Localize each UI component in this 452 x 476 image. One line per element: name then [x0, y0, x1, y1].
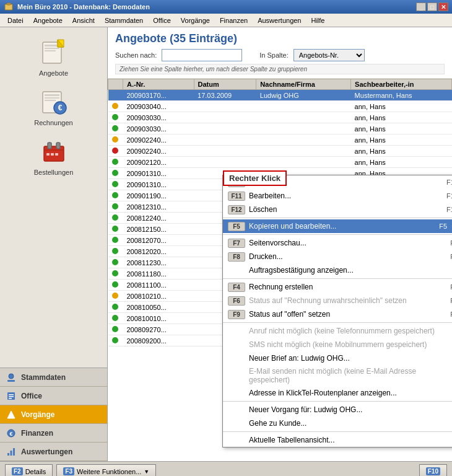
search-input[interactable]	[162, 49, 242, 61]
maximize-button[interactable]: □	[427, 2, 437, 11]
nr-cell: 200812310...	[123, 201, 194, 213]
status-dot-icon	[112, 136, 118, 143]
context-menu-item-23[interactable]: Aktuelle Tabellenansicht...▶	[223, 433, 452, 447]
nr-cell: 200902120...	[123, 157, 194, 168]
context-menu-item-20[interactable]: Neuer Vorgang für: Ludwig OHG...▶	[223, 403, 452, 416]
ctx-item-label: Status auf "Rechnung unwahrscheinlich" s…	[249, 296, 407, 305]
menu-stammdaten[interactable]: Stammdaten	[100, 15, 148, 25]
menu-finanzen[interactable]: Finanzen	[215, 15, 253, 25]
fkey-badge: F5	[228, 222, 245, 231]
details-button[interactable]: F2 Details	[5, 464, 53, 477]
table-row[interactable]: 200903030... ann, Hans	[108, 123, 452, 134]
status-cell	[108, 101, 123, 112]
status-cell	[108, 190, 123, 201]
minimize-button[interactable]: _	[416, 2, 426, 11]
status-cell	[108, 280, 123, 291]
svg-rect-16	[48, 143, 51, 149]
table-row[interactable]: 200903170... 17.03.2009 Ludwig OHG Muste…	[108, 90, 452, 101]
context-menu-item-21[interactable]: Gehe zu Kunde...	[223, 416, 452, 430]
stammdaten-nav-icon	[5, 371, 17, 384]
context-menu-item-16[interactable]: Neuer Brief an: Ludwig OHG...▶	[223, 351, 452, 365]
ctx-item-label: Adresse in KlickTel-Routenplaner anzeige…	[249, 389, 397, 397]
context-menu-item-10[interactable]: F4Rechnung erstellenF4	[223, 280, 452, 294]
sidebar-item-bestellungen[interactable]: Bestellungen	[2, 131, 105, 181]
svg-rect-18	[46, 153, 50, 156]
ctx-shortcut: F10	[446, 178, 452, 186]
svg-rect-25	[9, 396, 14, 397]
nr-cell: 200901310...	[123, 168, 194, 179]
f10-button[interactable]: F10	[419, 464, 447, 477]
nav-auswertungen[interactable]: Auswertungen	[0, 443, 107, 461]
col-firma: Nachname/Firma	[256, 79, 351, 90]
nr-cell: 200902240...	[123, 146, 194, 157]
close-button[interactable]: ✕	[438, 2, 448, 11]
menu-vorgaenge[interactable]: Vorgänge	[176, 15, 215, 25]
nr-cell: 200903030...	[123, 123, 194, 134]
context-menu-separator	[223, 218, 452, 218]
status-cell	[108, 201, 123, 213]
datum-cell	[194, 146, 256, 157]
column-select[interactable]: Angebots-Nr. Datum Nachname/Firma	[293, 49, 365, 61]
sb-cell: ann, Hans	[351, 134, 452, 146]
table-container: A.-Nr. Datum Nachname/Firma Sachbearbeit…	[108, 79, 452, 461]
firma-cell	[256, 157, 351, 168]
menu-hilfe[interactable]: Hilfe	[306, 15, 329, 25]
col-status	[108, 79, 123, 90]
status-cell	[108, 213, 123, 224]
nr-cell: 200903040...	[123, 101, 194, 112]
rechnungen-icon: €	[39, 87, 69, 117]
table-row[interactable]: 200902240... ann, Hans	[108, 134, 452, 146]
weitere-funktionen-button[interactable]: F3 Weitere Funktionen... ▼	[56, 464, 156, 477]
sidebar-item-rechnungen[interactable]: € Rechnungen	[2, 82, 105, 131]
ctx-item-label: Löschen	[249, 205, 277, 214]
firma-cell	[256, 101, 351, 112]
svg-rect-26	[9, 398, 12, 399]
status-cell	[108, 146, 123, 157]
svg-text:€: €	[9, 431, 12, 437]
search-bar: Suchen nach: In Spalte: Angebots-Nr. Dat…	[115, 49, 445, 61]
table-row[interactable]: 200902240... ann, Hans	[108, 146, 452, 157]
main-layout: Angebote € Rechnungen	[0, 27, 452, 461]
nav-stammdaten[interactable]: Stammdaten	[0, 368, 107, 387]
context-menu-item-1[interactable]: F11Bearbeiten...F11	[223, 189, 452, 203]
sidebar: Angebote € Rechnungen	[0, 27, 108, 461]
ctx-shortcut: F5	[439, 223, 447, 230]
ctx-item-label: Bearbeiten...	[249, 192, 291, 200]
ctx-item-label: Neuer Vorgang für: Ludwig OHG...	[249, 405, 362, 414]
menu-datei[interactable]: Datei	[2, 15, 28, 25]
sidebar-item-angebote[interactable]: Angebote	[2, 32, 105, 82]
table-row[interactable]: 200903030... ann, Hans	[108, 112, 452, 123]
context-menu-item-4[interactable]: F5Kopieren und bearbeiten...F5✦	[223, 219, 452, 233]
svg-rect-5	[45, 50, 56, 51]
menu-auswertungen[interactable]: Auswertungen	[253, 15, 306, 25]
context-menu-item-12[interactable]: F9Status auf "offen" setzenF9	[223, 307, 452, 321]
sb-cell: ann, Hans	[351, 112, 452, 123]
table-row[interactable]: 200902120... ann, Hans	[108, 157, 452, 168]
menu-office[interactable]: Office	[148, 15, 176, 25]
status-dot-icon	[112, 103, 118, 109]
status-dot-icon	[112, 159, 118, 165]
context-menu-item-8[interactable]: Auftragsbestätigung anzeigen...	[223, 263, 452, 277]
menu-angebote[interactable]: Angebote	[28, 15, 67, 25]
context-menu-item-7[interactable]: F8Drucken...F8	[223, 250, 452, 263]
menu-ansicht[interactable]: Ansicht	[67, 15, 100, 25]
status-cell	[108, 112, 123, 123]
content-header: Angebote (35 Einträge) Suchen nach: In S…	[108, 27, 452, 79]
svg-point-21	[9, 374, 14, 379]
context-menu-item-18[interactable]: Adresse in KlickTel-Routenplaner anzeige…	[223, 386, 452, 400]
fkey-badge: F12	[228, 205, 245, 214]
status-cell	[108, 235, 123, 246]
nav-finanzen[interactable]: € Finanzen	[0, 424, 107, 443]
status-cell	[108, 324, 123, 335]
table-row[interactable]: 200903040... ann, Hans	[108, 101, 452, 112]
nr-cell: 200812020...	[123, 246, 194, 257]
nav-office[interactable]: Office	[0, 387, 107, 405]
status-dot-icon	[112, 192, 118, 198]
nr-cell: 200809200...	[123, 335, 194, 346]
context-menu-item-6[interactable]: F7Seitenvorschau...F7	[223, 236, 452, 250]
status-dot-icon	[112, 259, 118, 265]
status-dot-icon	[112, 326, 118, 332]
nav-vorgaenge[interactable]: Vorgänge	[0, 405, 107, 424]
context-menu-item-2[interactable]: F12LöschenF12	[223, 203, 452, 216]
ctx-item-label: Drucken...	[249, 252, 283, 261]
